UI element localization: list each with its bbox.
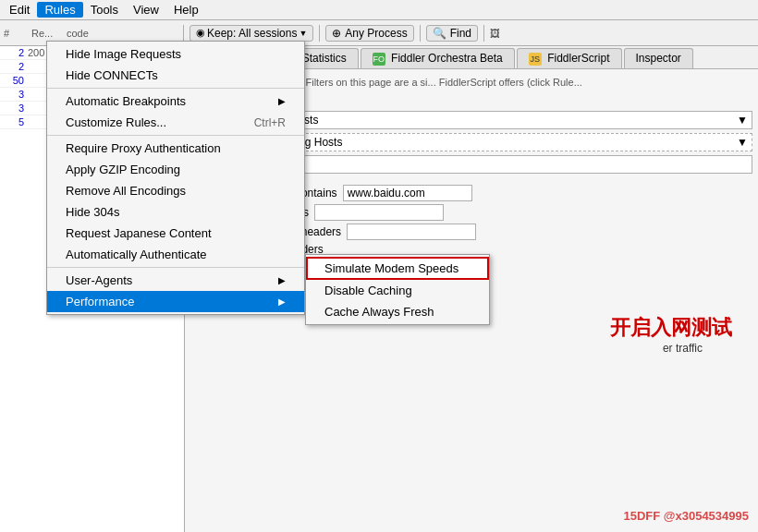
menu-help[interactable]: Help	[166, 2, 206, 18]
require-proxy-label: Require Proxy Authentication	[66, 141, 221, 155]
menu-item-auto-auth[interactable]: Automatically Authenticate	[47, 244, 304, 265]
arrow-icon-3: ▶	[278, 296, 286, 307]
customize-shortcut: Ctrl+R	[254, 116, 286, 129]
show-url-input[interactable]	[343, 185, 472, 201]
filters-note: Note: Filters on this page are a si... F…	[278, 77, 582, 88]
customize-rules-label: Customize Rules...	[66, 115, 166, 129]
any-process-label: Any Process	[345, 27, 407, 40]
binoculars-icon: 🔍	[433, 27, 446, 40]
menu-item-hide-304[interactable]: Hide 304s	[47, 201, 304, 223]
cache-fresh-label: Cache Always Fresh	[324, 305, 434, 319]
menu-item-user-agents[interactable]: User-Agents ▶	[47, 270, 304, 291]
tab-inspector-label: Inspector	[636, 52, 681, 65]
session-num: 5	[2, 116, 28, 127]
dropdown-arrow-1: ▼	[737, 114, 748, 127]
hide-connects-label: Hide CONNECTs	[66, 68, 158, 82]
submenu-item-cache-fresh[interactable]: Cache Always Fresh	[306, 301, 489, 322]
gzip-label: Apply GZIP Encoding	[66, 163, 180, 176]
auto-breakpoints-label: Automatic Breakpoints	[66, 94, 186, 108]
menu-rules[interactable]: Rules	[37, 2, 82, 18]
submenu-item-simulate-modem[interactable]: Simulate Modem Speeds	[306, 257, 489, 280]
session-num: 2	[2, 47, 28, 58]
disable-caching-label: Disable Caching	[324, 284, 412, 297]
any-process-btn[interactable]: ⊕ Any Process	[325, 25, 413, 42]
session-num: 3	[2, 89, 28, 100]
session-num: 2	[2, 61, 28, 72]
dropdown-arrow-2: ▼	[737, 136, 748, 149]
keep-sessions-arrow: ▼	[299, 29, 307, 38]
submenu-item-disable-caching[interactable]: Disable Caching	[306, 280, 489, 301]
user-agents-label: User-Agents	[66, 273, 132, 287]
watermark-prefix: 15DFF	[623, 509, 660, 523]
separator-menu-3	[47, 267, 304, 268]
screenshot-icon: 🖼	[490, 28, 500, 39]
hide-image-label: Hide Image Requests	[66, 47, 181, 61]
menu-item-hide-connects[interactable]: Hide CONNECTs	[47, 65, 304, 86]
remove-encodings-label: Remove All Encodings	[66, 184, 186, 198]
js-icon: JS	[529, 53, 542, 66]
keep-sessions-icon: ◉	[196, 27, 205, 39]
menu-item-japanese[interactable]: Request Japanese Content	[47, 223, 304, 244]
menu-view[interactable]: View	[126, 2, 166, 18]
keep-sessions-btn[interactable]: ◉ Keep: All sessions ▼	[190, 25, 313, 42]
tab-fiddlerscript-label: FiddlerScript	[547, 52, 609, 65]
menu-tools[interactable]: Tools	[83, 2, 126, 18]
keep-sessions-label: Keep: All sessions	[207, 27, 297, 40]
crosshair-icon: ⊕	[332, 27, 341, 40]
flag-headers-input[interactable]	[347, 224, 476, 240]
col-result: Re...	[31, 28, 65, 39]
watermark: 15DFF @x3054534995	[623, 509, 749, 523]
fo-icon: FO	[373, 53, 385, 66]
separator-menu-2	[47, 135, 304, 136]
tab-fiddler-orchestra[interactable]: FO Fiddler Orchestra Beta	[361, 48, 515, 68]
menu-item-remove-encodings[interactable]: Remove All Encodings	[47, 180, 304, 201]
rules-dropdown: Hide Image Requests Hide CONNECTs Automa…	[46, 41, 305, 315]
simulate-modem-label: Simulate Modem Speeds	[324, 261, 458, 275]
col-hash: #	[4, 28, 30, 39]
tab-inspector[interactable]: Inspector	[624, 48, 693, 68]
hide-304-label: Hide 304s	[66, 205, 120, 219]
tab-fo-label: Fiddler Orchestra Beta	[391, 52, 503, 65]
menu-item-performance[interactable]: Performance ▶	[47, 291, 304, 312]
menu-edit[interactable]: Edit	[2, 2, 37, 18]
performance-label: Performance	[66, 295, 134, 308]
find-label: Find	[450, 27, 471, 40]
tab-fiddlerscript[interactable]: JS FiddlerScript	[517, 48, 622, 68]
japanese-label: Request Japanese Content	[66, 226, 212, 240]
chinese-overlay-text: 开启入网测试	[610, 314, 732, 342]
separator-3	[420, 25, 421, 42]
watermark-text: @x3054534995	[664, 509, 749, 523]
menu-bar: Edit Rules Tools View Help	[0, 0, 758, 20]
separator-1	[183, 25, 184, 42]
traffic-label: er traffic	[663, 342, 703, 355]
menu-item-auto-breakpoints[interactable]: Automatic Breakpoints ▶	[47, 91, 304, 112]
performance-submenu: Simulate Modem Speeds Disable Caching Ca…	[305, 254, 490, 325]
menu-item-require-proxy[interactable]: Require Proxy Authentication	[47, 138, 304, 159]
menu-item-gzip[interactable]: Apply GZIP Encoding	[47, 159, 304, 180]
menu-item-hide-image[interactable]: Hide Image Requests	[47, 43, 304, 65]
hide-url-input[interactable]	[314, 204, 444, 221]
arrow-icon-2: ▶	[278, 275, 286, 285]
separator-menu-1	[47, 88, 304, 89]
auto-auth-label: Automatically Authenticate	[66, 248, 206, 261]
menu-item-customize-rules[interactable]: Customize Rules... Ctrl+R	[47, 112, 304, 133]
col-code: code	[67, 28, 177, 39]
session-num: 3	[2, 103, 28, 114]
separator-4	[483, 25, 484, 42]
separator-2	[319, 25, 320, 42]
session-num: 50	[2, 75, 28, 86]
find-btn[interactable]: 🔍 Find	[426, 25, 478, 42]
tab-statistics-label: Statistics	[302, 52, 347, 65]
arrow-icon-1: ▶	[278, 96, 286, 106]
